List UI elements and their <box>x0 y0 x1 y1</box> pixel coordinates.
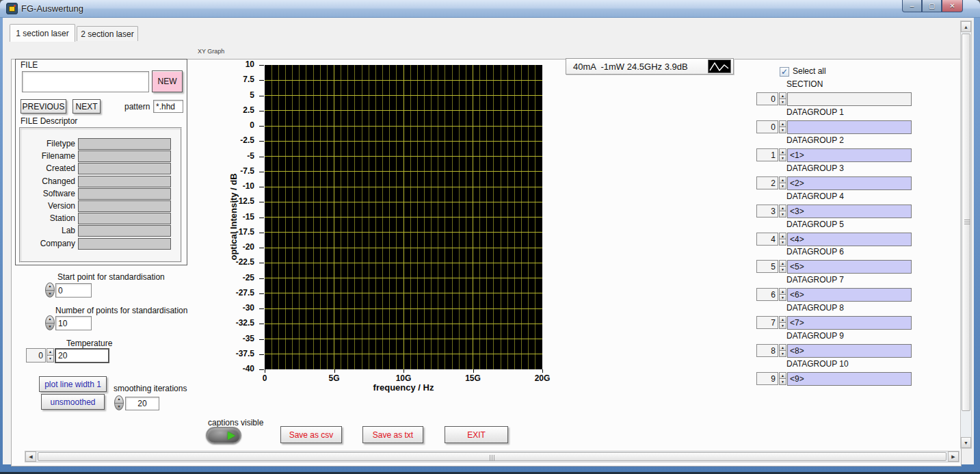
minimize-button[interactable]: – <box>902 0 922 12</box>
group-index-input[interactable] <box>756 233 778 246</box>
scroll-left-button[interactable]: ◀ <box>25 451 36 462</box>
horizontal-scrollbar[interactable]: ◀ ▶ <box>25 451 959 462</box>
increment-icon[interactable]: ▲ <box>779 148 786 155</box>
group-index-input[interactable] <box>756 316 778 329</box>
smoothing-spinner[interactable]: ▲ ▼ <box>114 395 124 410</box>
group-value-input[interactable] <box>787 120 912 134</box>
x-tick-mark <box>334 369 335 373</box>
decrement-icon[interactable]: ▼ <box>779 99 786 105</box>
decrement-icon[interactable]: ▼ <box>115 404 123 410</box>
points-input[interactable] <box>55 316 92 330</box>
decrement-icon[interactable]: ▼ <box>779 351 786 357</box>
group-stepper[interactable]: ▲▼ <box>779 148 786 161</box>
next-button[interactable]: NEXT <box>72 99 101 114</box>
vertical-scroll-thumb[interactable] <box>962 34 970 411</box>
captions-led-toggle[interactable] <box>206 427 241 444</box>
horizontal-scroll-thumb[interactable] <box>38 452 946 461</box>
decrement-icon[interactable]: ▼ <box>779 211 786 218</box>
save-csv-button[interactable]: Save as csv <box>280 426 342 443</box>
points-spinner[interactable]: ▲ ▼ <box>45 315 55 330</box>
group-stepper[interactable]: ▲▼ <box>779 288 786 301</box>
group-value-input[interactable] <box>787 176 912 190</box>
decrement-icon[interactable]: ▼ <box>47 356 54 363</box>
increment-icon[interactable]: ▲ <box>779 344 786 351</box>
group-index-input[interactable] <box>756 205 778 218</box>
group-value-input[interactable] <box>787 205 912 218</box>
group-index-input[interactable] <box>756 372 778 385</box>
increment-icon[interactable]: ▲ <box>779 92 786 99</box>
group-stepper[interactable]: ▲▼ <box>779 176 786 189</box>
new-button[interactable]: NEW <box>152 70 183 92</box>
decrement-icon[interactable]: ▼ <box>779 379 786 385</box>
decrement-icon[interactable]: ▼ <box>46 291 54 298</box>
select-all-checkbox[interactable]: ✓ <box>780 67 789 77</box>
unsmoothed-button[interactable]: unsmoothed <box>41 394 105 410</box>
group-stepper[interactable]: ▲▼ <box>779 260 786 273</box>
pattern-input[interactable] <box>153 100 183 113</box>
increment-icon[interactable]: ▲ <box>779 372 786 379</box>
group-value-input[interactable] <box>787 288 912 302</box>
group-stepper[interactable]: ▲▼ <box>779 233 786 246</box>
decrement-icon[interactable]: ▼ <box>46 324 54 330</box>
scroll-down-button[interactable]: ▼ <box>961 437 971 448</box>
previous-button[interactable]: PREVIOUS <box>21 99 66 114</box>
temperature-input[interactable] <box>55 348 109 363</box>
group-value-input[interactable] <box>787 316 912 330</box>
group-value-input[interactable] <box>787 344 912 358</box>
group-value-input[interactable] <box>787 148 912 162</box>
temperature-stepper[interactable]: ▲ ▼ <box>47 348 54 363</box>
close-button[interactable]: ✕ <box>942 0 963 12</box>
group-stepper[interactable]: ▲▼ <box>779 316 786 329</box>
increment-icon[interactable]: ▲ <box>779 176 786 183</box>
group-value-input[interactable] <box>787 372 912 386</box>
group-stepper[interactable]: ▲▼ <box>779 120 786 133</box>
group-value-input[interactable] <box>787 92 912 106</box>
increment-icon[interactable]: ▲ <box>46 283 54 291</box>
group-value-input[interactable] <box>787 233 912 246</box>
increment-icon[interactable]: ▲ <box>115 396 123 404</box>
smoothing-input[interactable] <box>125 397 159 410</box>
group-index-input[interactable] <box>756 92 778 105</box>
save-txt-button[interactable]: Save as txt <box>362 426 423 443</box>
vertical-scrollbar[interactable]: ▲ ▼ <box>960 21 972 449</box>
start-point-input[interactable] <box>55 283 92 298</box>
group-index-input[interactable] <box>756 176 778 189</box>
y-tick-mark <box>259 141 264 142</box>
decrement-icon[interactable]: ▼ <box>779 295 786 301</box>
decrement-icon[interactable]: ▼ <box>779 239 786 246</box>
increment-icon[interactable]: ▲ <box>779 205 786 211</box>
tab-1-section-laser[interactable]: 1 section laser <box>10 24 75 42</box>
scroll-right-button[interactable]: ▶ <box>948 451 959 462</box>
group-index-input[interactable] <box>756 120 778 133</box>
increment-icon[interactable]: ▲ <box>779 260 786 267</box>
increment-icon[interactable]: ▲ <box>779 233 786 239</box>
exit-button[interactable]: EXIT <box>445 426 508 443</box>
decrement-icon[interactable]: ▼ <box>779 267 786 273</box>
increment-icon[interactable]: ▲ <box>779 120 786 127</box>
group-stepper[interactable]: ▲▼ <box>779 344 786 357</box>
decrement-icon[interactable]: ▼ <box>779 155 786 161</box>
group-index-input[interactable] <box>756 260 778 273</box>
tab-2-section-laser[interactable]: 2 section laser <box>77 26 138 41</box>
group-index-input[interactable] <box>756 288 778 301</box>
plot-legend[interactable]: 40mA -1mW 24.5GHz 3.9dB <box>566 58 734 75</box>
file-path-input[interactable] <box>22 71 149 92</box>
decrement-icon[interactable]: ▼ <box>779 183 786 189</box>
group-index-input[interactable] <box>756 148 778 161</box>
group-stepper[interactable]: ▲▼ <box>779 205 786 218</box>
plot-line-width-button[interactable]: plot line width 1 <box>39 376 107 392</box>
group-stepper[interactable]: ▲▼ <box>779 372 786 385</box>
temperature-index-input[interactable] <box>26 348 46 363</box>
group-value-input[interactable] <box>787 260 912 274</box>
decrement-icon[interactable]: ▼ <box>779 127 786 133</box>
increment-icon[interactable]: ▲ <box>46 316 54 324</box>
start-point-spinner[interactable]: ▲ ▼ <box>45 282 55 298</box>
increment-icon[interactable]: ▲ <box>47 348 54 356</box>
increment-icon[interactable]: ▲ <box>779 288 786 295</box>
decrement-icon[interactable]: ▼ <box>779 323 786 329</box>
group-stepper[interactable]: ▲▼ <box>779 92 786 105</box>
group-index-input[interactable] <box>756 344 778 357</box>
scroll-up-button[interactable]: ▲ <box>961 21 971 32</box>
maximize-button[interactable]: ▢ <box>922 0 942 12</box>
increment-icon[interactable]: ▲ <box>779 316 786 323</box>
